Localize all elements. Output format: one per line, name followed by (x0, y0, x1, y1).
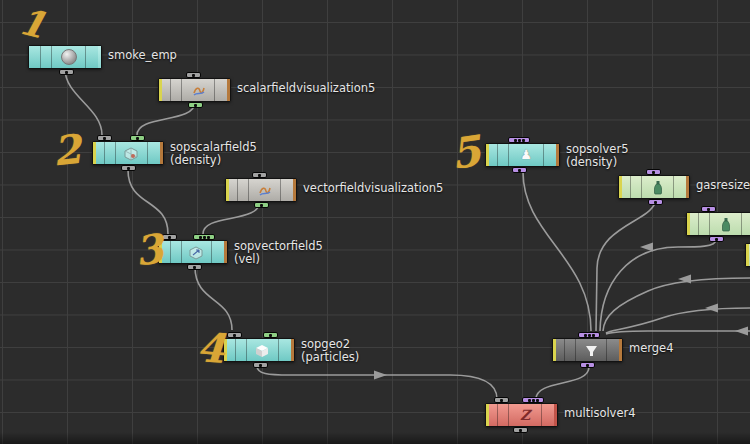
input-connector[interactable] (186, 72, 201, 78)
node-flag-block[interactable] (544, 144, 556, 166)
input-connector[interactable] (646, 169, 661, 175)
node-flag-block[interactable] (86, 46, 98, 68)
node-flag-block[interactable] (674, 176, 686, 198)
output-connector[interactable] (513, 427, 528, 433)
node-flag-block[interactable] (162, 79, 171, 101)
output-connector[interactable] (121, 165, 136, 171)
wire[interactable] (523, 172, 591, 331)
input-connector[interactable] (494, 397, 509, 403)
node-flag-block[interactable] (281, 179, 293, 201)
node-sublabel: (particles) (301, 351, 359, 364)
output-connector[interactable] (512, 167, 527, 173)
input-connector[interactable] (193, 234, 215, 240)
node-flag-block[interactable] (542, 404, 554, 426)
node-partial-right-edge[interactable] (745, 243, 750, 267)
wire[interactable] (65, 69, 102, 135)
node-flag-block[interactable] (622, 176, 631, 198)
input-connector[interactable] (130, 135, 145, 141)
node-right-flag[interactable] (291, 339, 294, 361)
node-flag-block[interactable] (227, 339, 236, 361)
node-right-flag[interactable] (619, 339, 622, 361)
node-flag-block[interactable] (215, 79, 227, 101)
node-flag-block[interactable] (105, 142, 116, 164)
output-connector[interactable] (187, 264, 202, 270)
node-label: multisolver4 (564, 407, 636, 420)
node-right-flag[interactable] (224, 241, 227, 263)
wire[interactable] (536, 367, 589, 399)
node-gasresizefields[interactable]: gasresizef (618, 175, 690, 199)
node-sopgeo2[interactable]: sopgeo2(particles) (223, 338, 295, 362)
wire[interactable] (203, 201, 260, 234)
node-flag-block[interactable] (162, 241, 171, 263)
wire[interactable] (600, 240, 716, 331)
node-right-flag[interactable] (293, 179, 296, 201)
node-smoke-emp[interactable]: smoke_emp (28, 45, 102, 69)
node-flag-block[interactable] (171, 241, 182, 263)
node-right-flag[interactable] (160, 142, 163, 164)
node-label: sopscalarfield5(density) (170, 141, 257, 167)
node-merge4[interactable]: merge4 (552, 338, 623, 362)
wire[interactable] (128, 170, 168, 234)
output-connector[interactable] (59, 69, 74, 75)
wire[interactable] (606, 308, 750, 333)
output-connector[interactable] (254, 202, 269, 208)
node-right-flag[interactable] (554, 404, 557, 426)
node-right-flag[interactable] (686, 176, 689, 198)
node-flag-block[interactable] (498, 404, 509, 426)
input-connector[interactable] (508, 137, 530, 143)
output-connector[interactable] (253, 362, 268, 368)
node-gasresize2[interactable] (686, 212, 750, 236)
node-flag-block[interactable] (212, 241, 224, 263)
wire[interactable] (195, 267, 232, 330)
node-flag-block[interactable] (279, 339, 291, 361)
node-flag-block[interactable] (498, 144, 509, 166)
input-connector[interactable] (227, 332, 242, 338)
output-connector[interactable] (188, 102, 203, 108)
input-connector[interactable] (162, 234, 177, 240)
node-flag-block[interactable] (631, 176, 642, 198)
node-flag-block[interactable] (489, 404, 498, 426)
wire[interactable] (257, 366, 497, 399)
network-editor-canvas[interactable]: smoke_emp scalarfieldvisualization5 (0, 0, 750, 444)
node-vectorfieldvisualization5[interactable]: vectorfieldvisualization5 (225, 178, 297, 202)
input-connector[interactable] (252, 172, 267, 178)
node-label: vectorfieldvisualization5 (303, 182, 443, 195)
node-flag-block[interactable] (32, 46, 41, 68)
node-flag-block[interactable] (96, 142, 105, 164)
node-flag-block[interactable] (238, 179, 249, 201)
input-connector[interactable] (522, 397, 544, 403)
node-sopsolver5[interactable]: ♟ sopsolver5(density) (485, 143, 560, 167)
node-flag-block[interactable] (556, 339, 565, 361)
output-connector[interactable] (580, 362, 595, 368)
input-connector[interactable] (701, 206, 716, 212)
node-flag-block[interactable] (699, 213, 710, 235)
node-right-flag[interactable] (227, 79, 230, 101)
node-scalarfieldvisualization5[interactable]: scalarfieldvisualization5 (158, 78, 231, 102)
node-flag-block[interactable] (690, 213, 699, 235)
wire[interactable] (137, 102, 195, 135)
input-connector[interactable] (263, 332, 278, 338)
node-multisolver4[interactable]: Z multisolver4 (485, 403, 558, 427)
input-connector[interactable] (578, 332, 600, 338)
node-flag-block[interactable] (41, 46, 52, 68)
node-sopvectorfield5[interactable]: sopvectorfield5(vel) (158, 240, 228, 264)
output-connector[interactable] (648, 199, 663, 205)
node-flag-block[interactable] (171, 79, 182, 101)
wire[interactable] (603, 278, 750, 331)
node-flag-block[interactable] (229, 179, 238, 201)
node-flag-block[interactable] (148, 142, 160, 164)
input-connector[interactable] (97, 135, 112, 141)
node-flag-block[interactable] (607, 339, 619, 361)
field-visualization-icon (191, 83, 206, 98)
node-label: merge4 (629, 342, 674, 355)
node-right-flag[interactable] (98, 46, 101, 68)
wire[interactable] (606, 331, 750, 334)
node-flag-block[interactable] (742, 213, 750, 235)
node-right-flag[interactable] (556, 144, 559, 166)
node-flag-block[interactable] (489, 144, 498, 166)
node-sopscalarfield5[interactable]: sopscalarfield5(density) (92, 141, 164, 165)
wire-direction-arrow (705, 304, 718, 313)
output-connector[interactable] (709, 236, 724, 242)
node-flag-block[interactable] (565, 339, 576, 361)
node-flag-block[interactable] (236, 339, 247, 361)
